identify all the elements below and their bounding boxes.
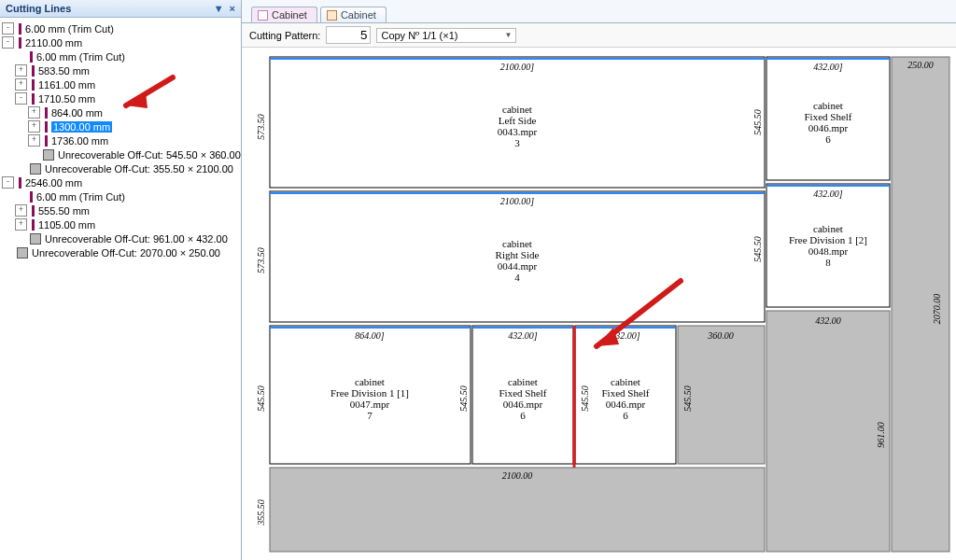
offcut-row3: 360.00 545.50 [678, 326, 765, 464]
cut-line-icon [32, 93, 35, 105]
svg-text:Free Division 1 [2]: Free Division 1 [2] [789, 234, 867, 245]
tree-row[interactable]: +583.50 mm [2, 63, 241, 77]
svg-text:Fixed Shelf: Fixed Shelf [499, 387, 546, 399]
toolbar-label: Cutting Pattern: [249, 30, 320, 41]
tree-label: 6.00 mm (Trim Cut) [36, 51, 125, 63]
pattern-canvas[interactable]: 250.00 2070.00 2100.00] 573.50 cabinet L… [242, 48, 956, 560]
tree-expander [15, 233, 25, 244]
tree-expander[interactable]: + [15, 204, 27, 217]
tree-expander[interactable]: + [28, 106, 40, 119]
svg-text:0047.mpr: 0047.mpr [350, 399, 390, 410]
piece-left-side: 2100.00] 573.50 cabinet Left Side 0043.m… [256, 57, 765, 188]
tab-cabinet-2[interactable]: Cabinet [320, 7, 387, 22]
svg-text:cabinet: cabinet [611, 376, 640, 387]
tree-label: 583.50 mm [38, 65, 90, 77]
tree-row[interactable]: 6.00 mm (Trim Cut) [2, 49, 241, 63]
tree-view[interactable]: -6.00 mm (Trim Cut)-2110.00 mm6.00 mm (T… [0, 18, 241, 560]
tree-expander[interactable]: - [2, 176, 14, 189]
tree-row[interactable]: 6.00 mm (Trim Cut) [2, 189, 241, 203]
tab-bar: Cabinet Cabinet [242, 0, 956, 23]
svg-text:545.50: 545.50 [256, 385, 266, 412]
svg-text:545.50: 545.50 [752, 109, 763, 135]
tree-label: 6.00 mm (Trim Cut) [36, 191, 125, 203]
svg-text:Right Side: Right Side [496, 249, 540, 260]
tree-expander [28, 149, 38, 160]
tree-row[interactable]: +1161.00 mm [2, 77, 241, 91]
tree-expander[interactable]: - [2, 22, 14, 35]
svg-text:432.00]: 432.00] [508, 330, 538, 341]
offcut-bottom: 2100.00 355.50 [256, 468, 765, 552]
tree-label: 1710.50 mm [38, 93, 95, 105]
svg-text:355.50: 355.50 [256, 499, 266, 526]
svg-text:432.00: 432.00 [815, 315, 841, 326]
svg-text:2070.00: 2070.00 [932, 294, 942, 325]
offcut-icon [30, 163, 41, 175]
tab-cabinet-1[interactable]: Cabinet [251, 7, 317, 22]
cut-line-icon [32, 79, 35, 91]
svg-text:6: 6 [825, 133, 831, 145]
svg-text:2100.00]: 2100.00] [500, 62, 535, 72]
tree-label: Unrecoverable Off-Cut: 961.00 × 432.00 [45, 233, 228, 245]
cut-line-icon [19, 23, 21, 35]
svg-text:0044.mpr: 0044.mpr [498, 260, 538, 272]
tree-label: 1105.00 mm [38, 219, 95, 231]
tab-label: Cabinet [341, 9, 376, 21]
tree-expander[interactable]: + [15, 218, 27, 231]
tree-row[interactable]: +1300.00 mm [2, 119, 241, 133]
tree-expander[interactable]: + [28, 120, 40, 133]
tree-row[interactable]: +864.00 mm [2, 105, 241, 119]
copy-combo[interactable]: Copy Nº 1/1 (×1) ▼ [376, 28, 516, 43]
tree-row[interactable]: Unrecoverable Off-Cut: 2070.00 × 250.00 [2, 245, 241, 259]
cut-line-icon [32, 205, 35, 217]
tree-row[interactable]: Unrecoverable Off-Cut: 545.50 × 360.00 [2, 147, 241, 161]
svg-text:cabinet: cabinet [508, 376, 538, 387]
svg-text:2100.00]: 2100.00] [500, 196, 535, 206]
svg-text:cabinet: cabinet [813, 223, 843, 234]
svg-text:4: 4 [514, 272, 520, 283]
tree-label: 1300.00 mm [51, 121, 112, 133]
svg-text:545.50: 545.50 [458, 385, 469, 412]
tree-row[interactable]: +1736.00 mm [2, 133, 241, 147]
tree-expander[interactable]: + [15, 64, 27, 77]
svg-text:Left Side: Left Side [499, 115, 537, 126]
tree-row[interactable]: Unrecoverable Off-Cut: 355.50 × 2100.00 [2, 161, 241, 175]
tree-label: 555.50 mm [38, 205, 90, 217]
panel-title: Cutting Lines [6, 3, 71, 14]
chevron-down-icon: ▼ [505, 31, 513, 39]
pin-icon[interactable]: ▼ [214, 3, 224, 14]
svg-text:250.00: 250.00 [907, 60, 934, 70]
tree-row[interactable]: +1105.00 mm [2, 217, 241, 231]
svg-text:6: 6 [623, 410, 628, 421]
tree-row[interactable]: Unrecoverable Off-Cut: 961.00 × 432.00 [2, 231, 241, 245]
piece-right-side: 2100.00] 573.50 cabinet Right Side 0044.… [256, 191, 765, 322]
tree-label: Unrecoverable Off-Cut: 355.50 × 2100.00 [45, 163, 233, 175]
piece-fixed-shelf-2: 432.00] 545.50 cabinet Fixed Shelf 0046.… [458, 326, 573, 464]
cut-line-icon [19, 177, 21, 189]
side-panel: Cutting Lines ▼ × -6.00 mm (Trim Cut)-21… [0, 0, 242, 560]
svg-text:3: 3 [514, 137, 520, 148]
cut-line-icon [30, 51, 33, 63]
svg-text:cabinet: cabinet [502, 238, 532, 249]
tree-row[interactable]: +555.50 mm [2, 203, 241, 217]
tree-row[interactable]: -2546.00 mm [2, 175, 241, 189]
svg-text:0048.mpr: 0048.mpr [808, 245, 849, 257]
panel-titlebar: Cutting Lines ▼ × [0, 0, 241, 18]
tree-expander[interactable]: + [28, 134, 40, 147]
tree-row[interactable]: -2110.00 mm [2, 35, 241, 49]
piece-fixed-shelf-1: 432.00] 545.50 cabinet Fixed Shelf 0046.… [752, 57, 890, 180]
close-icon[interactable]: × [230, 3, 235, 14]
tree-expander[interactable]: - [2, 36, 14, 49]
tree-expander[interactable]: + [15, 78, 27, 91]
tree-row[interactable]: -1710.50 mm [2, 91, 241, 105]
svg-text:cabinet: cabinet [813, 100, 843, 111]
svg-text:432.00]: 432.00] [813, 62, 843, 72]
piece-free-div-2: 432.00] 545.50 cabinet Free Division 1 [… [752, 184, 890, 307]
tree-expander[interactable]: - [15, 92, 27, 105]
cut-line-icon [45, 107, 48, 119]
svg-text:0046.mpr: 0046.mpr [503, 399, 543, 410]
tree-label: 2110.00 mm [25, 37, 82, 49]
tree-label: 2546.00 mm [25, 177, 82, 189]
tree-row[interactable]: -6.00 mm (Trim Cut) [2, 21, 241, 35]
pattern-number-input[interactable] [326, 26, 371, 44]
offcut-icon [17, 247, 28, 259]
